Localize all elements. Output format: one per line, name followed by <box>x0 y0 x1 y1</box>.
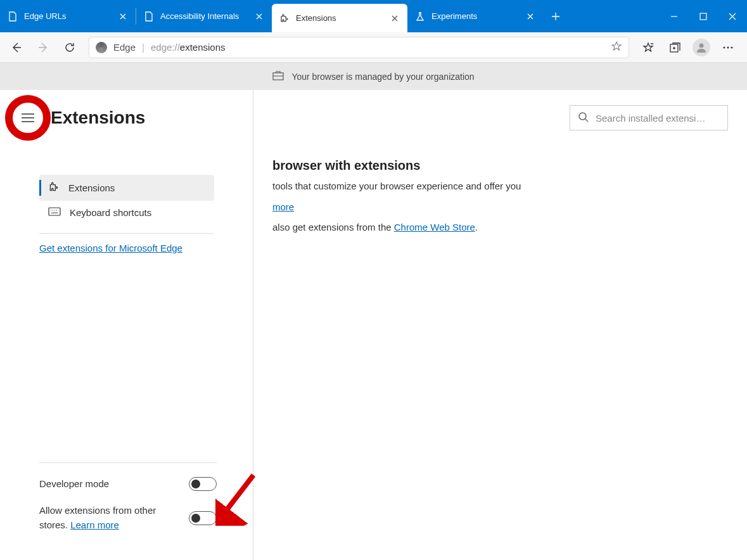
close-window-button[interactable] <box>718 0 747 32</box>
tab-active[interactable]: Extensions <box>272 4 407 32</box>
edge-logo-icon <box>96 42 107 53</box>
chrome-web-store-link[interactable]: Chrome Web Store <box>394 222 475 232</box>
annotation-circle <box>5 95 51 141</box>
tab-label: Experiments <box>431 11 477 21</box>
nav-label: Keyboard shortcuts <box>70 207 151 218</box>
allow-other-stores-toggle[interactable] <box>189 511 217 525</box>
developer-mode-label: Developer mode <box>39 477 109 492</box>
tab[interactable]: Accessibility Internals <box>136 0 272 32</box>
extension-icon <box>48 181 60 194</box>
close-icon[interactable] <box>525 11 535 22</box>
page-title: Extensions <box>51 108 145 128</box>
get-extensions-link[interactable]: Get extensions for Microsoft Edge <box>39 243 182 253</box>
address-label: Edge <box>113 42 136 53</box>
maximize-button[interactable] <box>689 0 718 32</box>
avatar-icon <box>693 39 710 56</box>
svg-point-3 <box>723 46 725 48</box>
svg-rect-7 <box>49 208 60 215</box>
tab-label: Accessibility Internals <box>160 11 239 21</box>
svg-point-8 <box>579 113 586 120</box>
page-icon <box>8 11 18 22</box>
favorite-star-icon[interactable] <box>611 41 622 54</box>
minimize-button[interactable] <box>660 0 689 32</box>
tab-label: Extensions <box>296 13 336 23</box>
developer-mode-toggle[interactable] <box>189 477 217 491</box>
tab[interactable]: Experiments <box>407 0 543 32</box>
search-input-wrapper[interactable] <box>570 105 728 130</box>
window-controls <box>660 0 747 32</box>
search-input[interactable] <box>596 113 720 124</box>
settings-menu-button[interactable] <box>715 35 741 60</box>
close-icon[interactable] <box>390 13 400 23</box>
collections-button[interactable] <box>662 35 687 60</box>
svg-point-2 <box>699 43 704 48</box>
allow-other-stores-label: Allow extensions from other stores. Lear… <box>39 504 160 532</box>
profile-button[interactable] <box>689 35 714 60</box>
nav-extensions[interactable]: Extensions <box>39 175 214 201</box>
svg-point-4 <box>727 46 729 48</box>
main-content: browser with extensions tools that custo… <box>253 90 747 560</box>
close-icon[interactable] <box>254 11 264 22</box>
new-tab-button[interactable] <box>543 0 568 32</box>
back-button[interactable] <box>4 35 29 60</box>
svg-rect-0 <box>700 13 706 20</box>
briefcase-icon <box>272 70 284 82</box>
page-icon <box>144 11 154 22</box>
tab[interactable]: Edge URLs <box>0 0 136 32</box>
search-icon <box>578 111 589 125</box>
address-bar[interactable]: Edge | edge://extensions <box>89 37 629 58</box>
nav-keyboard-shortcuts[interactable]: Keyboard shortcuts <box>39 201 214 224</box>
refresh-button[interactable] <box>57 35 82 60</box>
main-heading: browser with extensions <box>272 158 728 173</box>
favorites-button[interactable] <box>635 35 661 60</box>
url: edge://extensions <box>151 42 226 53</box>
flask-icon <box>415 11 425 22</box>
close-icon[interactable] <box>118 11 128 22</box>
extension-icon <box>279 13 290 23</box>
separator: | <box>142 42 144 53</box>
managed-banner: Your browser is managed by your organiza… <box>0 63 747 90</box>
tab-strip: Edge URLs Accessibility Internals Extens… <box>0 0 747 32</box>
learn-more-link[interactable]: Learn more <box>70 519 119 530</box>
tab-label: Edge URLs <box>24 11 66 21</box>
store-line: also get extensions from the Chrome Web … <box>272 220 728 235</box>
more-link[interactable]: more <box>272 201 294 212</box>
svg-point-5 <box>731 46 732 48</box>
hamburger-icon[interactable] <box>21 113 35 123</box>
sidebar: Extensions Extensions Keyboard shortcuts… <box>0 90 253 560</box>
keyboard-icon <box>48 207 61 218</box>
nav-label: Extensions <box>68 182 115 193</box>
main-description: tools that customize your browser experi… <box>272 179 728 194</box>
managed-text: Your browser is managed by your organiza… <box>291 72 474 82</box>
forward-button[interactable] <box>30 35 56 60</box>
toolbar: Edge | edge://extensions <box>0 32 747 63</box>
